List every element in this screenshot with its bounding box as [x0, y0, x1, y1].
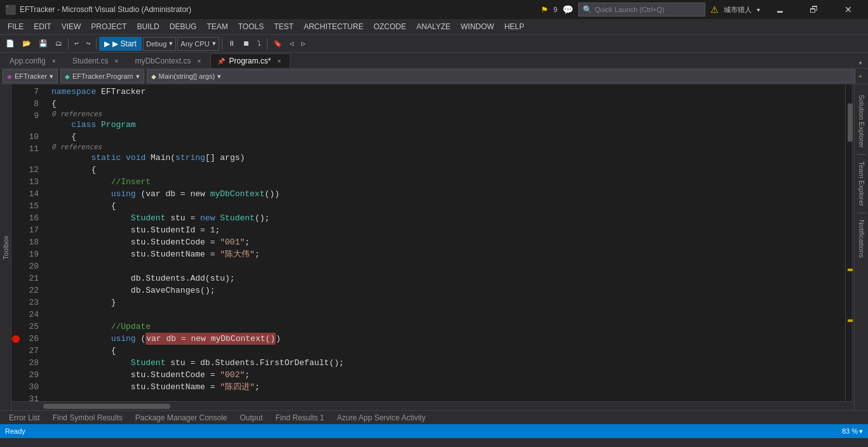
- ref-hint-9: 0 references: [49, 110, 845, 119]
- indicator-16: [11, 212, 20, 224]
- quick-launch-box[interactable]: 🔍 Quick Launch (Ctrl+Q): [578, 3, 705, 17]
- zoom-dropdown-arrow: ▾: [859, 427, 863, 436]
- menu-edit[interactable]: EDIT: [29, 19, 56, 35]
- code-line: [49, 260, 845, 272]
- cpu-label: Any CPU: [180, 40, 209, 48]
- nav-bar: ◆ EFTracker ▾ ◆ EFTracker.Program ▾ ◆ Ma…: [0, 69, 868, 84]
- indicator-21: [11, 272, 20, 284]
- menu-project[interactable]: PROJECT: [86, 19, 132, 35]
- tab-student-label: Student.cs: [72, 57, 109, 65]
- zoom-control[interactable]: 83 % ▾: [842, 427, 863, 436]
- bottom-tab-find-symbol[interactable]: Find Symbol Results: [46, 411, 129, 425]
- nav-project-dropdown[interactable]: ◆ EFTracker ▾: [3, 69, 58, 83]
- toolbar-pause[interactable]: ⏸: [225, 37, 238, 51]
- tab-appconfig-close[interactable]: ×: [50, 57, 58, 65]
- bottom-tab-output[interactable]: Output: [234, 411, 269, 425]
- menu-test[interactable]: TEST: [269, 19, 299, 35]
- toolbar-undo[interactable]: ↩: [71, 37, 82, 51]
- scroll-thumb[interactable]: [848, 103, 853, 142]
- hscroll-thumb[interactable]: [43, 404, 170, 409]
- menu-analyze[interactable]: ANALYZE: [411, 19, 456, 35]
- toolbar-save[interactable]: 💾: [36, 37, 51, 51]
- menu-debug[interactable]: DEBUG: [165, 19, 202, 35]
- toolbar-nav-back[interactable]: ◁: [287, 37, 297, 51]
- menu-ozcode[interactable]: OZCODE: [369, 19, 411, 35]
- user-name: 城市猎人: [724, 5, 752, 15]
- main-area: Toolbox 78910111213141516171819202122232…: [0, 84, 868, 410]
- indicator-23: [11, 297, 20, 309]
- warning-icon: ⚠: [710, 4, 719, 15]
- toolbar-step-over[interactable]: ⤵: [254, 37, 264, 51]
- bottom-tab-error-list[interactable]: Error List: [3, 411, 46, 425]
- code-line: Student stu = db.Students.FirstOrDefault…: [49, 357, 845, 369]
- tab-program-close[interactable]: ×: [275, 57, 283, 65]
- code-line: stu.StudentId = 1;: [49, 224, 845, 236]
- toolbar-open[interactable]: 📂: [19, 37, 34, 51]
- nav-class-label: EFTracker.Program: [72, 72, 133, 80]
- bottom-tabs: Error List Find Symbol Results Package M…: [0, 410, 868, 424]
- tab-appconfig[interactable]: App.config ×: [3, 53, 65, 68]
- toolbar-new[interactable]: 📄: [3, 37, 18, 51]
- code-line: using (var db = new myDbContext()): [49, 188, 845, 200]
- sidebar-notifications[interactable]: Notifications: [857, 215, 867, 263]
- sidebar-solution-explorer[interactable]: Solution Explorer: [857, 90, 867, 153]
- indicator-26: [11, 333, 20, 345]
- notification-count: 9: [553, 6, 557, 13]
- indicator-31: [11, 393, 20, 401]
- tab-student[interactable]: Student.cs ×: [65, 53, 128, 68]
- bottom-tab-package-manager[interactable]: Package Manager Console: [129, 411, 234, 425]
- nav-method-dropdown[interactable]: ◆ Main(string[] args) ▾: [147, 69, 856, 83]
- sidebar-team-explorer[interactable]: Team Explorer: [857, 156, 867, 211]
- toolbar-bookmark[interactable]: 🔖: [270, 37, 285, 51]
- code-line: stu.StudentName = "陈四进";: [49, 381, 845, 393]
- bottom-tab-find-results[interactable]: Find Results 1: [269, 411, 331, 425]
- menu-architecture[interactable]: ARCHITECTURE: [299, 19, 369, 35]
- menu-file[interactable]: FILE: [3, 19, 29, 35]
- debug-config-dropdown[interactable]: Debug ▾: [143, 37, 176, 51]
- code-line: }: [49, 297, 845, 309]
- toolbar-sep-1: [68, 38, 69, 50]
- tab-mydbcontext-close[interactable]: ×: [194, 57, 203, 65]
- toolbar-redo[interactable]: ↪: [83, 37, 94, 51]
- bottom-tab-azure[interactable]: Azure App Service Activity: [330, 411, 431, 425]
- nav-class-dropdown[interactable]: ◆ EFTracker.Program ▾: [60, 69, 144, 83]
- toolbox[interactable]: Toolbox: [0, 84, 11, 410]
- indicator-10: [11, 131, 20, 143]
- toolbar-save-all[interactable]: 🗂: [52, 37, 65, 51]
- tab-program[interactable]: 📌 Program.cs* ×: [210, 53, 290, 68]
- nav-method-arrow: ▾: [217, 72, 221, 81]
- hscroll[interactable]: [11, 401, 854, 410]
- indicator-14: [11, 188, 20, 200]
- toolbar-sep-2: [96, 38, 97, 50]
- close-button[interactable]: ✕: [834, 0, 863, 19]
- code-line: db.SaveChanges();: [49, 284, 845, 297]
- menu-window[interactable]: WINDOW: [456, 19, 499, 35]
- minimize-button[interactable]: 🗕: [765, 0, 794, 19]
- sidebar-sep-1: [857, 154, 866, 155]
- code-line: //Insert: [49, 176, 845, 188]
- tab-scroll-right[interactable]: ▾: [855, 58, 865, 68]
- menu-tools[interactable]: TOOLS: [233, 19, 269, 35]
- cpu-dropdown[interactable]: Any CPU ▾: [177, 37, 219, 51]
- toolbar-nav-fwd[interactable]: ▷: [298, 37, 309, 51]
- menu-team[interactable]: TEAM: [201, 19, 233, 35]
- tab-program-label: Program.cs*: [229, 57, 271, 65]
- nav-expand-button[interactable]: +: [855, 72, 865, 80]
- toolbar-stop[interactable]: ⏹: [240, 37, 253, 51]
- restore-button[interactable]: 🗗: [799, 0, 829, 19]
- tab-mydbcontext[interactable]: myDbContext.cs ×: [128, 53, 210, 68]
- menu-build[interactable]: BUILD: [132, 19, 164, 35]
- start-button[interactable]: ▶ ▶ Start: [99, 37, 142, 51]
- tab-appconfig-label: App.config: [10, 57, 46, 65]
- nav-method-icon: ◆: [151, 73, 156, 80]
- tab-student-close[interactable]: ×: [112, 57, 121, 65]
- tab-mydbcontext-label: myDbContext.cs: [135, 57, 191, 65]
- title-left: ⬛ EFTracker - Microsoft Visual Studio (A…: [5, 4, 191, 15]
- toolbar: 📄 📂 💾 🗂 ↩ ↪ ▶ ▶ Start Debug ▾ Any CPU ▾ …: [0, 35, 868, 53]
- right-sidebar: Solution Explorer Team Explorer Notifica…: [854, 84, 868, 410]
- nav-class-icon: ◆: [65, 73, 70, 80]
- indicator-8: [11, 98, 20, 110]
- menu-help[interactable]: HELP: [499, 19, 529, 35]
- menu-view[interactable]: VIEW: [57, 19, 86, 35]
- code-content[interactable]: namespace EFTracker{ 0 references class …: [49, 84, 845, 401]
